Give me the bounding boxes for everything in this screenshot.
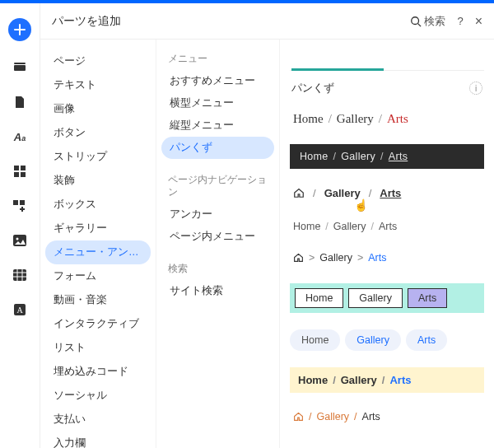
breadcrumb-preview-icon-home[interactable]: /Gallery/Arts ☝ (290, 185, 484, 203)
active-tab-indicator (291, 68, 384, 71)
search-icon (410, 16, 422, 27)
panel-body: ページテキスト画像ボタンストリップ装飾ボックスギャラリーメニュー・アンカーフォー… (40, 40, 494, 448)
bc-arts: Arts (380, 187, 401, 199)
bc-gallery: Gallery (316, 411, 349, 422)
svg-point-9 (16, 238, 19, 240)
breadcrumb-preview-orange[interactable]: /Gallery/Arts (290, 409, 484, 426)
preview-tabs (290, 40, 484, 71)
separator-icon: / (374, 112, 387, 125)
breadcrumb-preview-bold-yellow[interactable]: Home/Gallery/Arts (290, 367, 484, 393)
separator-icon: / (304, 411, 316, 422)
breadcrumb-preview-boxed[interactable]: Home Gallery Arts (290, 283, 484, 313)
table-icon[interactable] (12, 267, 28, 283)
separator-icon: / (375, 151, 389, 162)
subcategory-item[interactable]: 縦型メニュー (161, 114, 274, 137)
separator-icon: / (377, 374, 390, 386)
close-button[interactable]: × (475, 14, 482, 29)
image-icon[interactable] (12, 232, 28, 249)
bc-gallery: Gallery (319, 252, 352, 264)
separator-icon: / (366, 221, 378, 232)
subcategory-item[interactable]: ページ内メニュー (161, 226, 274, 248)
bc-arts: Arts (379, 221, 397, 232)
page-icon[interactable] (12, 59, 28, 76)
panel-header: パーツを追加 検索 ? × (40, 3, 494, 40)
category-item[interactable]: 動画・音楽 (45, 288, 151, 312)
category-item[interactable]: 画像 (45, 97, 151, 121)
breadcrumb-preview-arrow[interactable]: >Gallery>Arts (290, 250, 484, 267)
category-item[interactable]: ギャラリー (45, 217, 151, 240)
home-icon (293, 411, 304, 424)
bc-gallery: Gallery (337, 112, 374, 125)
category-item[interactable]: 入力欄 (45, 432, 151, 448)
svg-rect-2 (14, 166, 19, 170)
bc-gallery: Gallery (341, 374, 377, 386)
bc-gallery: Gallery (345, 329, 401, 351)
category-item[interactable]: ページ (45, 49, 151, 73)
subcategory-item[interactable]: おすすめメニュー (161, 70, 274, 92)
category-item[interactable]: 支払い (45, 408, 151, 432)
bc-arts: Arts (406, 329, 447, 351)
bc-gallery: Gallery (324, 187, 361, 199)
app-container: Aa A パーツを追加 検索 ? × ページテキスト画像ボタンストリップ装飾ボッ… (0, 3, 494, 448)
subcategory-item[interactable]: アンカー (161, 203, 274, 226)
subcategory-item[interactable]: サイト検索 (161, 280, 274, 302)
add-panel: パーツを追加 検索 ? × ページテキスト画像ボタンストリップ装飾ボックスギャラ… (40, 3, 494, 448)
bc-gallery: Gallery (333, 221, 366, 232)
search-button[interactable]: 検索 (410, 14, 445, 29)
bc-home: Home (300, 151, 329, 162)
category-item[interactable]: 装飾 (45, 169, 151, 193)
bc-arts: Arts (362, 411, 380, 422)
panel-actions: 検索 ? × (410, 14, 482, 29)
subcategory-group-title: ページ内ナビゲーション (161, 170, 274, 203)
chevron-right-icon: > (352, 252, 368, 264)
category-item[interactable]: リスト (45, 336, 151, 360)
bc-home: Home (295, 288, 343, 308)
left-rail: Aa A (0, 3, 40, 448)
breadcrumb-preview-dark[interactable]: Home/Gallery/Arts (290, 144, 484, 169)
category-item[interactable]: 埋め込みコード (45, 360, 151, 384)
svg-rect-3 (21, 166, 26, 170)
category-list: ページテキスト画像ボタンストリップ装飾ボックスギャラリーメニュー・アンカーフォー… (40, 40, 156, 448)
bc-home: Home (290, 329, 340, 351)
category-item[interactable]: メニュー・アンカー (45, 240, 151, 264)
subcategory-item[interactable]: パンくず (161, 137, 274, 159)
svg-rect-7 (20, 200, 25, 205)
separator-icon: / (361, 187, 380, 199)
category-item[interactable]: インタラクティブ (45, 312, 151, 336)
bc-home: Home (293, 112, 324, 125)
grid-icon[interactable] (12, 163, 28, 180)
separator-icon: / (349, 411, 361, 422)
breadcrumb-preview-pill[interactable]: Home Gallery Arts (290, 329, 484, 351)
category-item[interactable]: フォーム (45, 264, 151, 288)
preview-title: パンくず (291, 81, 334, 96)
separator-icon: / (324, 112, 337, 125)
font-icon[interactable]: A (12, 301, 28, 318)
separator-icon: / (329, 151, 342, 162)
category-item[interactable]: ストリップ (45, 145, 151, 169)
apps-icon[interactable] (12, 198, 28, 214)
breadcrumb-preview-plain[interactable]: Home/Gallery/Arts (290, 219, 484, 234)
info-icon[interactable]: i (469, 82, 482, 95)
subcategory-list: メニューおすすめメニュー横型メニュー縦型メニューパンくずページ内ナビゲーションア… (156, 40, 279, 448)
bc-arts: Arts (408, 288, 447, 308)
add-icon[interactable] (8, 18, 31, 41)
chevron-right-icon: > (304, 252, 319, 264)
subcategory-group-title: 検索 (161, 259, 274, 280)
svg-rect-10 (13, 269, 26, 281)
category-item[interactable]: ボックス (45, 193, 151, 217)
search-label: 検索 (424, 14, 445, 29)
subcategory-item[interactable]: 横型メニュー (161, 92, 274, 114)
category-item[interactable]: テキスト (45, 73, 151, 97)
help-button[interactable]: ? (457, 15, 463, 27)
category-item[interactable]: ボタン (45, 121, 151, 145)
category-item[interactable]: ソーシャル (45, 384, 151, 408)
svg-rect-4 (14, 172, 19, 177)
bc-home: Home (298, 374, 328, 386)
preview-title-row: パンくず i (290, 71, 484, 110)
document-icon[interactable] (12, 94, 28, 110)
preview-column: パンくず i Home/Gallery/Arts Home/Gallery/Ar… (279, 40, 494, 448)
text-style-icon[interactable]: Aa (12, 128, 28, 145)
bc-home: Home (293, 221, 320, 232)
bc-gallery: Gallery (348, 288, 403, 308)
breadcrumb-preview-serif[interactable]: Home/Gallery/Arts (290, 110, 484, 128)
